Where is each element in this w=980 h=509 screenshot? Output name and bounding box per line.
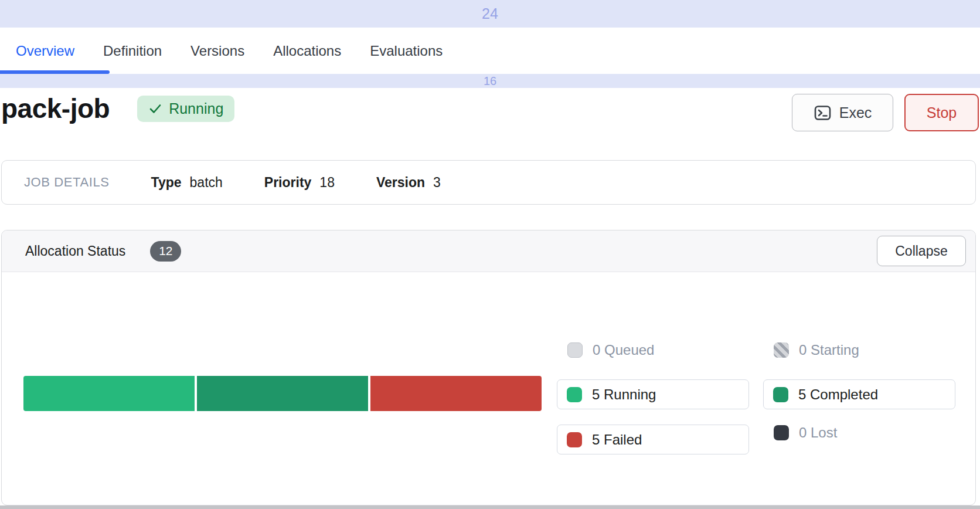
terminal-icon [814, 104, 832, 122]
queued-swatch-icon [567, 342, 583, 358]
legend-item-completed[interactable]: 5 Completed [763, 379, 955, 409]
job-detail-value: 3 [433, 175, 441, 191]
lost-swatch-icon [774, 425, 789, 440]
stop-button[interactable]: Stop [904, 94, 979, 131]
job-detail-priority: Priority18 [264, 175, 335, 191]
bar-segment-running[interactable] [23, 376, 195, 411]
bar-segment-completed[interactable] [197, 376, 368, 411]
job-detail-type: Typebatch [151, 175, 223, 191]
legend-label: 0 Queued [593, 342, 654, 358]
legend-label: 5 Completed [798, 386, 878, 403]
page-header: pack-job Running [1, 93, 234, 124]
spacing-marker-middle: 16 [0, 74, 980, 88]
exec-button[interactable]: Exec [792, 94, 893, 131]
completed-swatch-icon [773, 387, 788, 402]
status-badge-label: Running [169, 100, 223, 117]
tab-bar: OverviewDefinitionVersionsAllocationsEva… [0, 28, 980, 74]
legend-label: 0 Starting [799, 342, 859, 358]
tab-overview[interactable]: Overview [16, 43, 74, 59]
tab-allocations[interactable]: Allocations [273, 43, 341, 59]
legend-item-failed[interactable]: 5 Failed [557, 425, 749, 454]
legend-item-starting: 0 Starting [763, 342, 955, 358]
job-detail-label: Type [151, 175, 182, 191]
bar-segment-failed[interactable] [370, 376, 542, 411]
collapse-button-label: Collapse [895, 243, 948, 259]
tab-evaluations[interactable]: Evaluations [370, 43, 443, 59]
job-details-section-label: JOB DETAILS [24, 175, 110, 190]
tab-definition[interactable]: Definition [103, 43, 162, 59]
running-swatch-icon [567, 387, 582, 402]
exec-button-label: Exec [839, 104, 872, 121]
spacing-marker-middle-label: 16 [484, 74, 496, 88]
stop-button-label: Stop [927, 104, 957, 121]
allocation-status-card: Allocation Status 12 Collapse 0 Queued0 … [1, 230, 976, 505]
legend-label: 5 Failed [592, 432, 642, 448]
allocation-count-badge: 12 [150, 241, 181, 262]
legend-row: 5 Running5 Completed [557, 379, 955, 409]
failed-swatch-icon [567, 432, 582, 447]
allocation-chart-area: 0 Queued0 Starting5 Running5 Completed5 … [2, 272, 975, 505]
job-detail-label: Version [376, 175, 425, 191]
starting-swatch-icon [774, 342, 789, 358]
page-bottom-edge [0, 505, 980, 509]
legend-row: 5 Failed0 Lost [557, 425, 955, 454]
tab-versions[interactable]: Versions [190, 43, 244, 59]
legend-label: 5 Running [592, 386, 656, 403]
spacing-marker-top: 24 [0, 0, 980, 28]
job-details-card: JOB DETAILS TypebatchPriority18Version3 [1, 160, 976, 205]
allocation-legend: 0 Queued0 Starting5 Running5 Completed5 … [557, 342, 955, 454]
allocation-status-header: Allocation Status 12 Collapse [2, 230, 975, 272]
page-title: pack-job [1, 93, 110, 124]
allocation-bar [23, 376, 542, 411]
status-badge: Running [137, 96, 234, 122]
job-detail-label: Priority [264, 175, 312, 191]
legend-item-queued: 0 Queued [557, 342, 749, 358]
allocation-status-title: Allocation Status [25, 243, 125, 259]
legend-row: 0 Queued0 Starting [557, 342, 955, 358]
check-icon [148, 101, 162, 116]
legend-label: 0 Lost [799, 425, 837, 441]
legend-item-lost: 0 Lost [763, 425, 955, 441]
spacing-marker-top-label: 24 [482, 5, 498, 22]
job-detail-version: Version3 [376, 175, 441, 191]
legend-item-running[interactable]: 5 Running [557, 379, 749, 409]
job-detail-value: batch [190, 175, 223, 191]
job-detail-value: 18 [319, 175, 335, 191]
collapse-button[interactable]: Collapse [877, 236, 966, 266]
